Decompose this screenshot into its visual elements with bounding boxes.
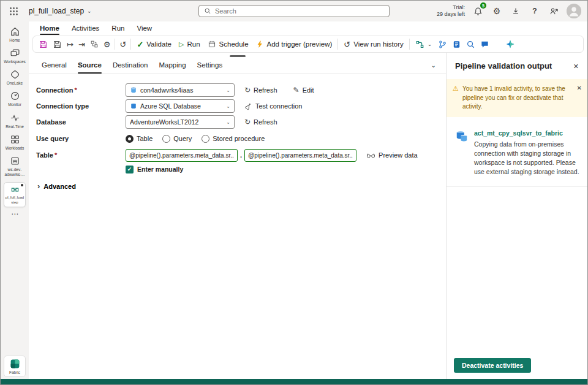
connection-type-dropdown[interactable]: Azure SQL Database ⌄ [126, 99, 235, 113]
user-avatar[interactable] [567, 4, 581, 18]
fabric-app-window: pl_full_load_step ⌄ Trial: 29 days left … [0, 0, 588, 385]
use-query-radio-group: Table Query Stored procedure [126, 135, 265, 143]
top-bar: pl_full_load_step ⌄ Trial: 29 days left … [1, 1, 587, 21]
dataflow-menu-button[interactable]: ⌄ [412, 37, 436, 51]
radio-table[interactable]: Table [126, 135, 153, 143]
copilot-button[interactable] [503, 37, 518, 51]
close-panel-button[interactable]: ✕ [571, 61, 581, 72]
edit-label: Edit [303, 86, 314, 94]
feedback-button[interactable] [478, 37, 492, 51]
test-connection-label: Test connection [255, 102, 302, 110]
refresh-connection-button[interactable]: ↻ Refresh [244, 86, 277, 94]
tab-destination[interactable]: Destination [107, 61, 154, 74]
notebook-button[interactable] [450, 37, 464, 51]
add-trigger-button[interactable]: Add trigger (preview) [252, 37, 336, 51]
invalid-activity-item: act_mt_cpy_sqlsvr_to_fabric Copying data… [447, 117, 587, 188]
global-search[interactable] [198, 5, 390, 17]
menu-tab-home[interactable]: Home [34, 21, 66, 35]
tab-settings[interactable]: Settings [192, 61, 228, 74]
save-button[interactable] [36, 37, 50, 51]
notifications-button[interactable]: 5 [472, 5, 484, 17]
table-name-input[interactable] [244, 149, 356, 162]
tab-source[interactable]: Source [72, 61, 107, 74]
radio-stored-procedure[interactable]: Stored procedure [202, 135, 265, 143]
step-out-button[interactable]: ⇥ [76, 37, 88, 51]
pipeline-settings-button[interactable]: ⚙ [101, 37, 113, 51]
calendar-icon [208, 40, 216, 48]
menu-tab-activities[interactable]: Activities [66, 21, 105, 35]
toolbar-separator [409, 39, 410, 50]
enter-manually-checkbox[interactable]: ✓ [126, 166, 134, 173]
sidebar-label: ws-dev-adwwrks-... [2, 167, 28, 177]
sidebar-label: Home [9, 38, 20, 43]
advanced-toggle[interactable]: › Advanced [37, 181, 76, 191]
share-button[interactable] [548, 5, 560, 17]
top-bar-actions: Trial: 29 days left 5 ⚙ ? [437, 4, 582, 18]
trial-label: Trial: [437, 4, 465, 11]
workspaces-icon [10, 48, 20, 58]
validate-button[interactable]: ✓ Validate [133, 37, 175, 51]
sidebar-item-workspace-ws-dev[interactable]: ws-dev-adwwrks-... [1, 154, 28, 179]
sidebar-item-realtime[interactable]: Real-Time [1, 111, 28, 131]
collapse-panel-button[interactable]: ⌄ [429, 62, 439, 74]
toolbar-separator [115, 39, 115, 50]
help-button[interactable]: ? [529, 5, 541, 17]
app-launcher-button[interactable] [6, 3, 21, 19]
view-run-history-label: View run history [353, 40, 404, 48]
sidebar-item-workloads[interactable]: Workloads [1, 132, 28, 153]
downloads-button[interactable] [510, 5, 522, 17]
dismiss-warning-button[interactable]: ✕ [576, 85, 583, 91]
database-dropdown[interactable]: AdventureWorksLT2012 ⌄ [126, 115, 235, 129]
radio-query[interactable]: Query [162, 135, 192, 143]
menu-tab-run[interactable]: Run [105, 21, 130, 35]
radio-table-label: Table [137, 135, 153, 142]
radio-unselected-icon [202, 135, 209, 143]
run-button[interactable]: ▷ Run [175, 37, 204, 51]
connection-dropdown[interactable]: con4adwvrks4iaas ⌄ [126, 83, 235, 97]
schedule-button[interactable]: Schedule [204, 37, 252, 51]
document-title[interactable]: pl_full_load_step ⌄ [29, 7, 92, 15]
settings-button[interactable]: ⚙ [491, 5, 503, 17]
table-schema-input[interactable] [126, 149, 238, 162]
run-label: Run [187, 40, 200, 48]
activity-name-link[interactable]: act_mt_cpy_sqlsvr_to_fabric [474, 129, 581, 137]
sidebar-item-pipeline-selected[interactable]: pl_full_load step [4, 182, 26, 207]
save-as-button[interactable] [50, 37, 64, 51]
edit-connection-button[interactable]: ✎ Edit [293, 86, 314, 94]
workspace-icon [10, 156, 20, 166]
app-launcher-icon [9, 7, 18, 16]
deactivate-activities-button[interactable]: Deactivate activities [454, 358, 531, 373]
sidebar-item-home[interactable]: Home [1, 25, 28, 45]
refresh-label: Refresh [254, 118, 277, 126]
edit-pencil-icon: ✎ [293, 86, 300, 94]
sidebar-item-fabric[interactable]: Fabric [4, 356, 26, 377]
refresh-database-button[interactable]: ↻ Refresh [244, 118, 277, 126]
connection-type-value: Azure SQL Database [140, 102, 223, 110]
sidebar-item-monitor[interactable]: Monitor [1, 89, 28, 109]
panel-drag-handle[interactable] [230, 55, 246, 57]
pipeline-validation-panel: Pipeline validation output ✕ ⚠ You have … [446, 53, 587, 379]
tab-mapping[interactable]: Mapping [153, 61, 191, 74]
preview-data-button[interactable]: Preview data [366, 151, 418, 159]
chevron-down-icon: ⌄ [87, 8, 92, 14]
lightning-icon [256, 40, 264, 48]
sidebar-item-onelake[interactable]: OneLake [1, 67, 28, 88]
test-connection-button[interactable]: Test connection [244, 102, 302, 110]
sidebar-more-button[interactable]: ⋯ [11, 209, 18, 218]
sidebar-label: Monitor [8, 102, 21, 107]
undo-button[interactable]: ↺ [117, 37, 129, 51]
search-input[interactable] [215, 7, 384, 15]
history-icon: ↺ [344, 40, 350, 48]
refresh-icon: ↻ [244, 86, 251, 94]
tab-general[interactable]: General [36, 61, 72, 74]
source-control-button[interactable] [435, 37, 450, 51]
validation-panel-header: Pipeline validation output ✕ [447, 53, 587, 79]
sidebar-item-workspaces[interactable]: Workspaces [1, 46, 28, 66]
zoom-button[interactable] [464, 37, 478, 51]
auto-layout-button[interactable] [88, 37, 101, 51]
view-run-history-button[interactable]: ↺ View run history [340, 37, 407, 51]
radio-selected-icon [126, 135, 134, 143]
sidebar-label: Fabric [9, 370, 20, 375]
step-into-button[interactable]: ↦ [64, 37, 76, 51]
menu-tab-view[interactable]: View [130, 21, 158, 35]
